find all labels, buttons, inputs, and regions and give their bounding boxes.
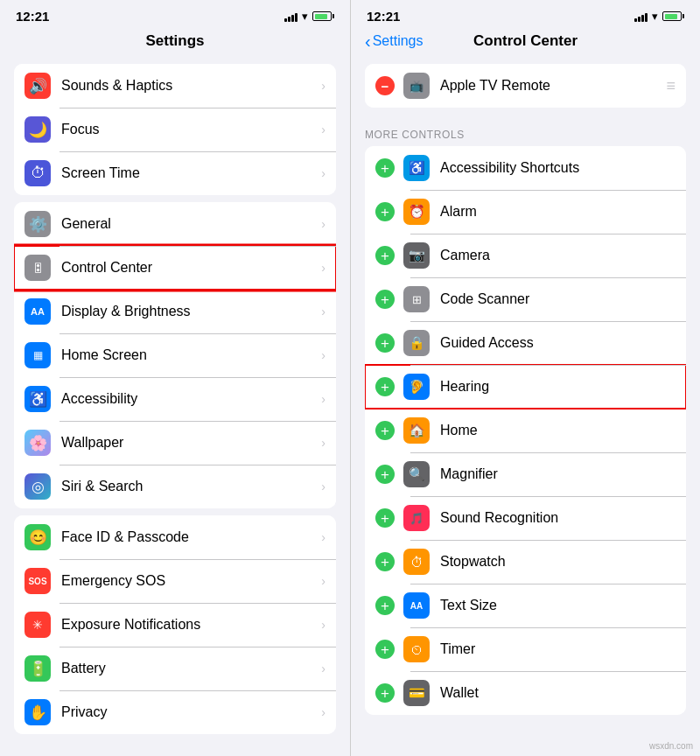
- stopwatch-label: Stopwatch: [440, 554, 676, 570]
- privacy-label: Privacy: [61, 704, 318, 720]
- focus-label: Focus: [61, 122, 318, 137]
- cc-item-textsize[interactable]: + AA Text Size: [365, 584, 686, 627]
- controlcenter-icon: 🎛: [24, 255, 51, 281]
- battery-settings-icon: 🔋: [24, 655, 51, 682]
- home-icon: 🏠: [403, 417, 430, 444]
- left-panel: 12:21 ▾ Settings 🔊 Sounds & Haptics: [0, 0, 350, 756]
- sidebar-item-exposure[interactable]: ✳ Exposure Notifications ›: [14, 603, 336, 647]
- sidebar-item-wallpaper[interactable]: 🌸 Wallpaper ›: [14, 421, 336, 465]
- hearing-label: Hearing: [440, 379, 676, 395]
- cc-item-alarm[interactable]: + ⏰ Alarm: [365, 190, 686, 234]
- cc-item-appletv[interactable]: − 📺 Apple TV Remote ≡: [365, 64, 686, 108]
- back-button[interactable]: ‹ Settings: [365, 33, 423, 50]
- cc-more-group: + ♿ Accessibility Shortcuts + ⏰ Alarm + …: [365, 146, 686, 715]
- guidedaccess-icon: 🔒: [403, 330, 430, 356]
- minus-appletv-button[interactable]: −: [375, 76, 395, 95]
- plus-textsize-button[interactable]: +: [375, 596, 395, 615]
- right-title: Control Center: [473, 32, 578, 50]
- emergency-chevron: ›: [321, 574, 326, 588]
- sidebar-item-accessibility[interactable]: ♿ Accessibility ›: [14, 377, 336, 421]
- plus-hearing-button[interactable]: +: [375, 377, 395, 396]
- sidebar-item-sounds[interactable]: 🔊 Sounds & Haptics ›: [14, 64, 336, 108]
- cc-included-group: − 📺 Apple TV Remote ≡: [365, 64, 686, 108]
- plus-magnifier-button[interactable]: +: [375, 465, 395, 484]
- faceid-icon: 😊: [24, 524, 51, 550]
- magnifier-icon: 🔍: [403, 461, 430, 487]
- cc-item-timer[interactable]: + ⏲ Timer: [365, 627, 686, 671]
- plus-codescanner-button[interactable]: +: [375, 290, 395, 309]
- sidebar-item-controlcenter[interactable]: 🎛 Control Center ›: [14, 246, 336, 290]
- back-chevron-icon: ‹: [365, 32, 371, 50]
- left-nav-header: Settings: [0, 29, 350, 57]
- sidebar-item-battery[interactable]: 🔋 Battery ›: [14, 647, 336, 690]
- right-nav-header: ‹ Settings Control Center: [351, 29, 700, 57]
- cc-item-magnifier[interactable]: + 🔍 Magnifier: [365, 452, 686, 496]
- sidebar-item-faceid[interactable]: 😊 Face ID & Passcode ›: [14, 515, 336, 559]
- controlcenter-chevron: ›: [321, 261, 326, 275]
- codescanner-label: Code Scanner: [440, 291, 676, 307]
- homescreen-icon: ▦: [24, 342, 51, 368]
- cc-item-accessibility-shortcuts[interactable]: + ♿ Accessibility Shortcuts: [365, 146, 686, 190]
- wifi-icon: ▾: [302, 10, 308, 23]
- siri-label: Siri & Search: [61, 479, 318, 494]
- plus-camera-button[interactable]: +: [375, 246, 395, 265]
- wallet-icon: 💳: [403, 680, 430, 706]
- right-panel: 12:21 ▾ ‹ Settings Control Center: [350, 0, 700, 756]
- plus-soundrecognition-button[interactable]: +: [375, 508, 395, 528]
- cc-item-soundrecognition[interactable]: + 🎵 Sound Recognition: [365, 496, 686, 540]
- cc-item-wallet[interactable]: + 💳 Wallet: [365, 671, 686, 715]
- cc-item-stopwatch[interactable]: + ⏱ Stopwatch: [365, 540, 686, 584]
- sidebar-item-privacy[interactable]: ✋ Privacy ›: [14, 690, 336, 734]
- cc-item-home[interactable]: + 🏠 Home: [365, 409, 686, 452]
- drag-handle-icon[interactable]: ≡: [666, 77, 676, 95]
- plus-guidedaccess-button[interactable]: +: [375, 333, 395, 353]
- accessibility-chevron: ›: [321, 392, 326, 406]
- sidebar-item-homescreen[interactable]: ▦ Home Screen ›: [14, 333, 336, 377]
- focus-chevron: ›: [321, 122, 326, 136]
- plus-timer-button[interactable]: +: [375, 640, 395, 659]
- controlcenter-label: Control Center: [61, 260, 318, 276]
- exposure-chevron: ›: [321, 618, 326, 632]
- plus-wallet-button[interactable]: +: [375, 683, 395, 703]
- sidebar-item-focus[interactable]: 🌙 Focus ›: [14, 108, 336, 151]
- signal-icon: [284, 11, 298, 22]
- plus-alarm-button[interactable]: +: [375, 202, 395, 221]
- back-label: Settings: [373, 33, 424, 49]
- sidebar-item-screentime[interactable]: ⏱ Screen Time ›: [14, 151, 336, 195]
- cc-item-guidedaccess[interactable]: + 🔒 Guided Access: [365, 321, 686, 365]
- emergency-label: Emergency SOS: [61, 573, 318, 589]
- exposure-label: Exposure Notifications: [61, 617, 318, 633]
- siri-chevron: ›: [321, 480, 326, 494]
- privacy-icon: ✋: [24, 699, 51, 725]
- sidebar-item-emergency[interactable]: SOS Emergency SOS ›: [14, 559, 336, 603]
- right-time: 12:21: [367, 9, 400, 24]
- sounds-chevron: ›: [321, 79, 326, 93]
- right-scroll[interactable]: − 📺 Apple TV Remote ≡ MORE CONTROLS + ♿ …: [351, 57, 700, 756]
- more-controls-header: MORE CONTROLS: [351, 115, 700, 146]
- left-scroll[interactable]: 🔊 Sounds & Haptics › 🌙 Focus › ⏱ Screen …: [0, 57, 350, 756]
- wallpaper-chevron: ›: [321, 436, 326, 450]
- right-wifi-icon: ▾: [652, 10, 658, 23]
- cc-item-codescanner[interactable]: + ⊞ Code Scanner: [365, 277, 686, 321]
- sidebar-item-display[interactable]: AA Display & Brightness ›: [14, 290, 336, 333]
- sidebar-item-general[interactable]: ⚙️ General ›: [14, 202, 336, 246]
- left-status-icons: ▾: [284, 10, 334, 23]
- appletv-label: Apple TV Remote: [440, 78, 666, 94]
- sounds-label: Sounds & Haptics: [61, 78, 318, 94]
- cc-item-camera[interactable]: + 📷 Camera: [365, 234, 686, 277]
- plus-accessibility-button[interactable]: +: [375, 158, 395, 178]
- sidebar-item-siri[interactable]: ◎ Siri & Search ›: [14, 465, 336, 508]
- soundrecognition-label: Sound Recognition: [440, 510, 676, 526]
- camera-label: Camera: [440, 248, 676, 263]
- right-status-bar: 12:21 ▾: [351, 0, 700, 29]
- plus-home-button[interactable]: +: [375, 421, 395, 440]
- wallpaper-label: Wallpaper: [61, 435, 318, 451]
- battery-label: Battery: [61, 661, 318, 676]
- home-label: Home: [440, 423, 676, 438]
- siri-icon: ◎: [24, 473, 51, 500]
- watermark: wsxdn.com: [649, 741, 693, 751]
- cc-item-hearing[interactable]: + 🦻 Hearing: [365, 365, 686, 409]
- homescreen-label: Home Screen: [61, 347, 318, 363]
- plus-stopwatch-button[interactable]: +: [375, 552, 395, 571]
- homescreen-chevron: ›: [321, 348, 326, 362]
